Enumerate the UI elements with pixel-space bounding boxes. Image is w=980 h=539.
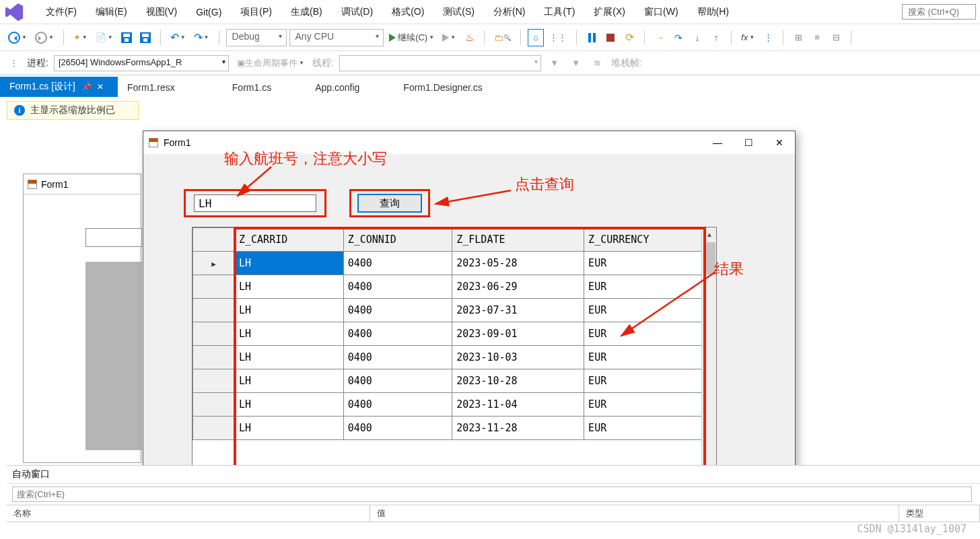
close-icon[interactable]: ✕: [97, 82, 104, 92]
cell-carrid[interactable]: LH: [235, 417, 344, 440]
start-no-debug-button[interactable]: ▼: [440, 29, 458, 46]
save-all-button[interactable]: [137, 29, 153, 46]
cell-fldate[interactable]: 2023-10-28: [452, 369, 584, 393]
row-header[interactable]: [193, 346, 235, 369]
menu-item[interactable]: Git(G): [186, 3, 231, 22]
hot-reload-button[interactable]: ♨: [461, 29, 477, 46]
cell-fldate[interactable]: 2023-09-01: [452, 322, 584, 346]
cell-carrid[interactable]: LH: [235, 275, 344, 299]
flight-input[interactable]: [194, 194, 316, 212]
cell-currency[interactable]: EUR: [584, 369, 716, 393]
cell-carrid[interactable]: LH: [235, 299, 344, 322]
lifecycle-button[interactable]: ▣ 生命周期事件 ▼: [234, 55, 307, 72]
cell-connid[interactable]: 0400: [343, 252, 452, 275]
platform-combo[interactable]: Any CPU: [289, 29, 384, 46]
row-header[interactable]: [193, 417, 235, 440]
tab-form1-design[interactable]: Form1.cs [设计]📌✕: [0, 77, 118, 97]
align-icon-2[interactable]: ≡: [809, 29, 825, 46]
continue-button[interactable]: 继续(C)▼: [386, 29, 438, 46]
cell-connid[interactable]: 0400: [343, 369, 452, 393]
vertical-scrollbar[interactable]: ▲ ▼: [701, 227, 716, 491]
table-row[interactable]: LH04002023-10-03EUR: [193, 346, 716, 369]
cell-connid[interactable]: 0400: [343, 275, 452, 299]
new-project-button[interactable]: ✦▼: [71, 29, 90, 46]
col-fldate[interactable]: Z_FLDATE: [452, 228, 584, 252]
toolbox-icon[interactable]: ⋮⋮: [547, 29, 569, 46]
menu-item[interactable]: 生成(B): [281, 2, 332, 22]
redo-button[interactable]: ↷▼: [191, 29, 212, 46]
table-row[interactable]: LH04002023-11-28EUR: [193, 417, 716, 440]
col-currency[interactable]: Z_CURRENCY: [584, 228, 716, 252]
cell-connid[interactable]: 0400: [343, 322, 452, 346]
cell-carrid[interactable]: LH: [235, 322, 344, 346]
cell-fldate[interactable]: 2023-10-03: [452, 346, 584, 369]
cell-currency[interactable]: EUR: [584, 393, 716, 417]
autos-search-input[interactable]: [12, 487, 972, 502]
restart-button[interactable]: ⟳: [621, 29, 637, 46]
scroll-up-icon[interactable]: ▲: [702, 227, 717, 241]
row-header[interactable]: [193, 322, 235, 346]
cell-fldate[interactable]: 2023-11-04: [452, 393, 584, 417]
autos-col-value[interactable]: 值: [370, 505, 899, 522]
format-icon[interactable]: fx▼: [738, 29, 757, 46]
cell-connid[interactable]: 0400: [343, 393, 452, 417]
tab-form1-resx[interactable]: Form1.resx: [118, 78, 189, 97]
query-button[interactable]: 查询: [357, 194, 422, 213]
cell-fldate[interactable]: 2023-07-31: [452, 299, 584, 322]
cell-carrid[interactable]: LH: [235, 346, 344, 369]
col-connid[interactable]: Z_CONNID: [343, 228, 452, 252]
home-icon[interactable]: ⌂: [528, 29, 544, 46]
form-titlebar[interactable]: Form1 — ☐ ✕: [143, 131, 795, 154]
maximize-button[interactable]: ☐: [733, 131, 764, 154]
step-out-button[interactable]: ↑: [708, 29, 724, 46]
thread-combo[interactable]: [339, 55, 541, 71]
cell-currency[interactable]: EUR: [584, 252, 716, 275]
filter-icon-1[interactable]: ▼: [547, 55, 563, 72]
cell-currency[interactable]: EUR: [584, 346, 716, 369]
debug-icon[interactable]: ⋮: [5, 55, 22, 72]
cell-connid[interactable]: 0400: [343, 299, 452, 322]
scroll-thumb[interactable]: [703, 242, 715, 275]
cell-currency[interactable]: EUR: [584, 275, 716, 299]
tab-form1-designer-cs[interactable]: Form1.Designer.cs: [394, 78, 496, 97]
autos-col-name[interactable]: 名称: [7, 505, 370, 522]
cell-carrid[interactable]: LH: [235, 252, 344, 275]
table-row[interactable]: LH04002023-09-01EUR: [193, 322, 716, 346]
close-button[interactable]: ✕: [764, 131, 795, 154]
cell-fldate[interactable]: 2023-11-28: [452, 417, 584, 440]
menu-item[interactable]: 扩展(X): [584, 2, 635, 22]
menu-item[interactable]: 帮助(H): [688, 2, 738, 22]
row-header[interactable]: [193, 393, 235, 417]
save-button[interactable]: [118, 29, 135, 46]
table-row[interactable]: LH04002023-05-28EUR: [193, 252, 716, 275]
pin-icon[interactable]: 📌: [82, 83, 92, 91]
minimize-button[interactable]: —: [702, 131, 733, 154]
cell-currency[interactable]: EUR: [584, 417, 716, 440]
filter-icon-2[interactable]: ▼: [568, 55, 584, 72]
arrange-icon[interactable]: ⊟: [828, 29, 844, 46]
row-header[interactable]: [193, 299, 235, 322]
show-next-statement-button[interactable]: →: [652, 29, 668, 46]
menu-item[interactable]: 工具(T): [534, 2, 584, 22]
data-grid[interactable]: Z_CARRID Z_CONNID Z_FLDATE Z_CURRENCY LH…: [192, 227, 717, 492]
col-carrid[interactable]: Z_CARRID: [235, 228, 344, 252]
pause-button[interactable]: [584, 29, 600, 46]
step-into-button[interactable]: ↓: [689, 29, 705, 46]
menu-item[interactable]: 视图(V): [137, 2, 187, 22]
row-header[interactable]: [193, 252, 235, 275]
browse-button[interactable]: 🗀🔍: [491, 29, 514, 46]
config-combo[interactable]: Debug: [226, 29, 287, 46]
table-row[interactable]: LH04002023-11-04EUR: [193, 393, 716, 417]
cell-connid[interactable]: 0400: [343, 346, 452, 369]
align-icon-1[interactable]: ⊞: [790, 29, 806, 46]
step-over-button[interactable]: ↷: [670, 29, 687, 46]
menu-item[interactable]: 调试(D): [332, 2, 382, 22]
menu-item[interactable]: 分析(N): [484, 2, 534, 22]
cell-carrid[interactable]: LH: [235, 393, 344, 417]
menu-item[interactable]: 格式(O): [382, 2, 433, 22]
table-row[interactable]: LH04002023-06-29EUR: [193, 275, 716, 299]
dotted-icon[interactable]: ⋮: [760, 29, 776, 46]
cell-carrid[interactable]: LH: [235, 369, 344, 393]
nav-back-button[interactable]: ▼: [5, 29, 30, 46]
table-row[interactable]: LH04002023-07-31EUR: [193, 299, 716, 322]
